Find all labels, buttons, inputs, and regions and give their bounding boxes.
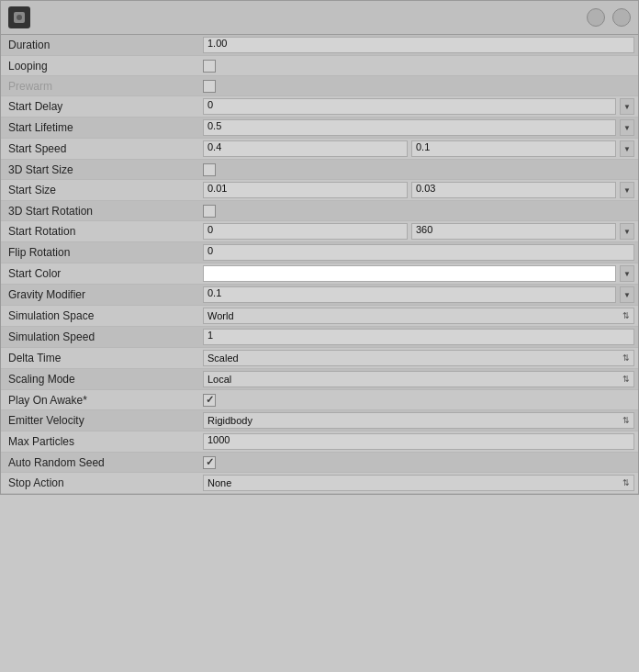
property-value-area: 0	[203, 244, 638, 261]
table-row: Delta TimeScaled⇅	[1, 348, 638, 369]
text-field[interactable]: 0.5	[203, 119, 616, 136]
property-value-area: Local⇅	[203, 371, 638, 387]
property-value-area	[203, 205, 638, 218]
property-value-area	[203, 163, 638, 176]
property-label: Simulation Space	[1, 309, 203, 322]
table-row: Start Size0.010.03▼	[1, 180, 638, 201]
property-value-area: 0.010.03▼	[203, 182, 638, 198]
text-field-max[interactable]: 360	[411, 223, 616, 240]
dropdown-select[interactable]: None⇅	[203, 475, 634, 491]
dropdown-value: World	[207, 310, 622, 321]
property-label: Prewarm	[1, 80, 203, 93]
checkbox-input[interactable]	[203, 394, 216, 407]
property-value-area: 0360▼	[203, 223, 638, 240]
panel-icon	[8, 6, 30, 28]
table-row: Play On Awake*	[1, 390, 638, 410]
dropdown-value: Local	[207, 374, 622, 385]
table-row: Flip Rotation0	[1, 242, 638, 263]
checkbox-input[interactable]	[203, 80, 216, 93]
dropdown-chevron-icon: ⇅	[622, 311, 630, 320]
property-value-area: None⇅	[203, 475, 638, 491]
text-field[interactable]: 0	[203, 244, 634, 261]
property-label: Start Speed	[1, 142, 203, 155]
text-field[interactable]: 1.00	[203, 37, 634, 53]
text-field-min[interactable]: 0.01	[203, 182, 408, 198]
dropdown-select[interactable]: Local⇅	[203, 371, 634, 387]
property-label: Simulation Speed	[1, 330, 203, 343]
text-field-min[interactable]: 0.4	[203, 140, 408, 157]
info-button[interactable]	[587, 8, 605, 27]
text-field[interactable]: 1	[203, 329, 634, 345]
dual-input-group: 0.010.03▼	[203, 182, 634, 198]
checkbox-input[interactable]	[203, 205, 216, 218]
property-label: Start Rotation	[1, 225, 203, 238]
property-label: 3D Start Size	[1, 163, 203, 176]
add-button[interactable]	[612, 8, 631, 27]
dropdown-select[interactable]: Rigidbody⇅	[203, 412, 634, 429]
dropdown-value: None	[207, 477, 622, 488]
table-row: Start Delay0▼	[1, 96, 638, 118]
property-value-area: 1	[203, 329, 638, 345]
property-value-area	[203, 80, 638, 93]
dropdown-arrow-button[interactable]: ▼	[620, 140, 634, 157]
property-label: Delta Time	[1, 352, 203, 364]
svg-point-1	[17, 15, 22, 20]
dropdown-chevron-icon: ⇅	[622, 478, 630, 487]
text-field-max[interactable]: 0.1	[411, 140, 616, 157]
text-field[interactable]: 0	[203, 98, 616, 115]
property-value-area: 0.40.1▼	[203, 140, 638, 157]
text-field[interactable]: 1000	[203, 433, 634, 450]
property-value-area: 0.5▼	[203, 119, 638, 136]
property-label: Emitter Velocity	[1, 414, 203, 427]
table-row: Emitter VelocityRigidbody⇅	[1, 410, 638, 431]
property-value-area: Rigidbody⇅	[203, 412, 638, 429]
text-field[interactable]: 0.1	[203, 286, 616, 303]
dropdown-arrow-button[interactable]: ▼	[620, 98, 634, 115]
checkbox-input[interactable]	[203, 60, 216, 73]
property-value-area: 0▼	[203, 98, 638, 115]
table-row: Simulation Speed1	[1, 327, 638, 348]
effect-prefab-panel: Duration1.00LoopingPrewarmStart Delay0▼S…	[0, 0, 639, 495]
property-value-area	[203, 60, 638, 73]
dropdown-arrow-button[interactable]: ▼	[620, 182, 634, 198]
table-row: 3D Start Size	[1, 160, 638, 180]
property-label: Play On Awake*	[1, 394, 203, 407]
panel-header	[1, 1, 638, 35]
property-value-area: ▼	[203, 265, 638, 282]
property-label: Start Size	[1, 184, 203, 196]
dropdown-chevron-icon: ⇅	[622, 375, 630, 384]
property-value-area: World⇅	[203, 308, 638, 324]
dropdown-chevron-icon: ⇅	[622, 416, 630, 425]
property-label: Scaling Mode	[1, 373, 203, 386]
dual-input-group: 0.40.1▼	[203, 140, 634, 157]
table-row: Start Lifetime0.5▼	[1, 118, 638, 139]
property-label: Duration	[1, 39, 203, 51]
checkbox-input[interactable]	[203, 163, 216, 176]
table-row: 3D Start Rotation	[1, 201, 638, 221]
dropdown-arrow-button[interactable]: ▼	[620, 265, 634, 282]
table-row: Stop ActionNone⇅	[1, 473, 638, 494]
dropdown-arrow-button[interactable]: ▼	[620, 286, 634, 303]
property-label: 3D Start Rotation	[1, 205, 203, 218]
checkbox-input[interactable]	[203, 456, 216, 469]
table-row: Start Color▼	[1, 263, 638, 285]
text-field-max[interactable]: 0.03	[411, 182, 616, 198]
property-label: Auto Random Seed	[1, 456, 203, 469]
text-field-min[interactable]: 0	[203, 223, 408, 240]
property-label: Gravity Modifier	[1, 288, 203, 301]
table-row: Simulation SpaceWorld⇅	[1, 306, 638, 327]
property-value-area: 0.1▼	[203, 286, 638, 303]
property-label: Start Lifetime	[1, 121, 203, 134]
dropdown-arrow-button[interactable]: ▼	[620, 119, 634, 136]
dropdown-select[interactable]: World⇅	[203, 308, 634, 324]
dropdown-arrow-button[interactable]: ▼	[620, 223, 634, 240]
table-row: Max Particles1000	[1, 431, 638, 453]
table-row: Duration1.00	[1, 35, 638, 56]
property-value-area	[203, 456, 638, 469]
property-label: Max Particles	[1, 435, 203, 448]
color-field[interactable]	[203, 265, 616, 282]
table-row: Prewarm	[1, 76, 638, 96]
dropdown-select[interactable]: Scaled⇅	[203, 350, 634, 366]
table-row: Start Rotation0360▼	[1, 221, 638, 242]
dropdown-chevron-icon: ⇅	[622, 353, 630, 363]
